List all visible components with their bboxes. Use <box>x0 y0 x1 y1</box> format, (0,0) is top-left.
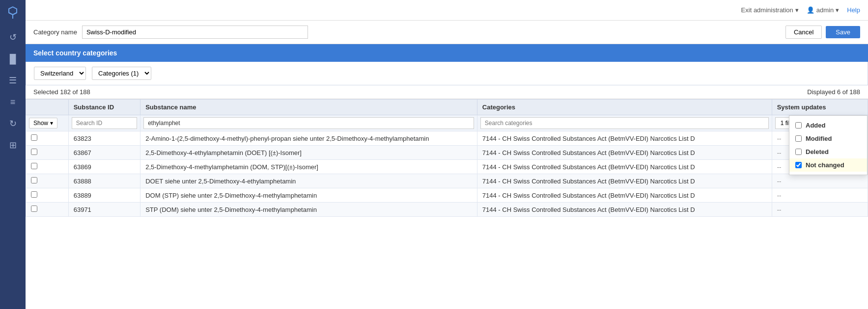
dropdown-label-deleted: Deleted <box>806 148 829 155</box>
filter-cell-name <box>140 115 477 131</box>
substances-table: Substance ID Substance name Categories S… <box>26 99 868 217</box>
stats-row: Selected 182 of 188 Displayed 6 of 188 <box>26 85 868 99</box>
admin-chevron-icon: ▾ <box>836 6 839 14</box>
table-header-row: Substance ID Substance name Categories S… <box>26 100 868 115</box>
row-id: 63888 <box>68 174 140 188</box>
row-check-cell <box>26 160 69 174</box>
row-check-cell <box>26 203 69 217</box>
th-system-updates: System updates Added Modified <box>772 100 868 115</box>
user-icon: 👤 <box>807 6 814 14</box>
filter-cell-categories <box>477 115 772 131</box>
row-id: 63889 <box>68 188 140 203</box>
row-checkbox[interactable] <box>31 177 37 183</box>
th-substance-id: Substance ID <box>68 100 140 115</box>
row-checkbox[interactable] <box>31 206 37 212</box>
row-check-cell <box>26 146 69 160</box>
filter-cell-check: Show ▾ <box>26 115 69 131</box>
dropdown-item-added[interactable]: Added <box>789 119 867 132</box>
row-system: -- <box>772 174 868 188</box>
exit-admin-chevron-icon: ▾ <box>795 6 799 14</box>
row-categories: 7144 - CH Swiss Controlled Substances Ac… <box>477 174 772 188</box>
show-chevron-icon: ▾ <box>50 120 53 127</box>
filters-row: Switzerland Categories (1) <box>26 62 868 85</box>
sidebar-grid-icon[interactable]: ⊞ <box>3 135 23 155</box>
checkbox-modified[interactable] <box>795 135 802 142</box>
checkbox-deleted[interactable] <box>795 149 802 155</box>
row-checkbox[interactable] <box>31 191 37 198</box>
search-name-input[interactable] <box>143 117 474 129</box>
sidebar-list-icon[interactable]: ☰ <box>3 71 23 90</box>
table-row: 63867 2,5-Dimethoxy-4-ethylamphetamin (D… <box>26 146 868 160</box>
checkbox-added[interactable] <box>795 122 802 129</box>
dropdown-item-modified[interactable]: Modified <box>789 132 867 145</box>
row-categories: 7144 - CH Swiss Controlled Substances Ac… <box>477 160 772 174</box>
row-id: 63867 <box>68 146 140 160</box>
exit-admin-button[interactable]: Exit administration ▾ <box>741 6 799 14</box>
th-check <box>26 100 69 115</box>
dropdown-item-notchanged[interactable]: Not changed <box>789 158 867 172</box>
table-body: 63823 2-Amino-1-(2,5-dimethoxy-4-methyl)… <box>26 131 868 217</box>
dropdown-label-notchanged: Not changed <box>806 161 844 169</box>
panel-header: Select country categories <box>26 44 868 62</box>
table-filter-row: Show ▾ 1 filters se <box>26 115 868 131</box>
table-container: Substance ID Substance name Categories S… <box>26 99 868 309</box>
row-checkbox[interactable] <box>31 163 37 169</box>
row-id: 63869 <box>68 160 140 174</box>
topbar: Exit administration ▾ 👤 admin ▾ Help <box>26 0 868 21</box>
search-id-input[interactable] <box>72 117 137 129</box>
show-label: Show <box>33 120 48 127</box>
save-button[interactable]: Save <box>826 26 860 38</box>
app-logo <box>4 4 22 22</box>
admin-user-button[interactable]: 👤 admin ▾ <box>807 6 839 14</box>
row-categories: 7144 - CH Swiss Controlled Substances Ac… <box>477 131 772 146</box>
categories-select[interactable]: Categories (1) <box>92 67 151 80</box>
row-name: 2,5-Dimethoxy-4-ethylamphetamin (DOET) [… <box>140 146 477 160</box>
exit-admin-label: Exit administration <box>741 6 793 14</box>
dropdown-label-modified: Modified <box>806 135 832 142</box>
row-id: 63823 <box>68 131 140 146</box>
table-row: 63889 DOM (STP) siehe unter 2,5-Dimethox… <box>26 188 868 203</box>
dropdown-label-added: Added <box>806 122 825 129</box>
row-check-cell <box>26 174 69 188</box>
row-categories: 7144 - CH Swiss Controlled Substances Ac… <box>477 188 772 203</box>
search-categories-input[interactable] <box>480 117 769 129</box>
th-categories: Categories <box>477 100 772 115</box>
country-select[interactable]: Switzerland <box>34 67 86 80</box>
system-updates-dropdown: Added Modified Deleted <box>789 115 868 175</box>
topbar-right: Exit administration ▾ 👤 admin ▾ Help <box>741 6 860 14</box>
row-check-cell <box>26 188 69 203</box>
sidebar-refresh-icon[interactable]: ↺ <box>3 27 23 47</box>
checkbox-notchanged[interactable] <box>795 162 802 168</box>
admin-label: admin <box>816 6 834 14</box>
row-name: DOET siehe unter 2,5-Dimethoxy-4-ethylam… <box>140 174 477 188</box>
category-name-input[interactable] <box>82 26 308 39</box>
row-categories: 7144 - CH Swiss Controlled Substances Ac… <box>477 146 772 160</box>
th-substance-name: Substance name <box>140 100 477 115</box>
table-row: 63971 STP (DOM) siehe unter 2,5-Dimethox… <box>26 203 868 217</box>
category-bar-left: Category name <box>33 26 308 39</box>
table-row: 63888 DOET siehe unter 2,5-Dimethoxy-4-e… <box>26 174 868 188</box>
row-categories: 7144 - CH Swiss Controlled Substances Ac… <box>477 203 772 217</box>
dropdown-item-deleted[interactable]: Deleted <box>789 145 867 158</box>
cancel-button[interactable]: Cancel <box>785 26 822 39</box>
table-row: 63869 2,5-Dimethoxy-4-methylamphetamin (… <box>26 160 868 174</box>
row-name: STP (DOM) siehe unter 2,5-Dimethoxy-4-me… <box>140 203 477 217</box>
main-content: Exit administration ▾ 👤 admin ▾ Help Cat… <box>26 0 868 309</box>
sidebar-refresh2-icon[interactable]: ↻ <box>3 114 23 133</box>
row-system: -- <box>772 203 868 217</box>
row-system: -- <box>772 188 868 203</box>
row-checkbox[interactable] <box>31 149 37 155</box>
table-row: 63823 2-Amino-1-(2,5-dimethoxy-4-methyl)… <box>26 131 868 146</box>
row-checkbox[interactable] <box>31 134 37 141</box>
category-bar: Category name Cancel Save <box>26 21 868 44</box>
row-name: DOM (STP) siehe unter 2,5-Dimethoxy-4-me… <box>140 188 477 203</box>
row-name: 2-Amino-1-(2,5-dimethoxy-4-methyl)-pheny… <box>140 131 477 146</box>
sidebar: ↺ ▐▌ ☰ ≡ ↻ ⊞ <box>0 0 26 309</box>
sidebar-listdetail-icon[interactable]: ≡ <box>3 92 23 112</box>
sidebar-chart-icon[interactable]: ▐▌ <box>3 49 23 69</box>
help-link[interactable]: Help <box>847 6 860 14</box>
displayed-count: Displayed 6 of 188 <box>807 88 860 96</box>
filter-cell-id <box>68 115 140 131</box>
row-check-cell <box>26 131 69 146</box>
show-button[interactable]: Show ▾ <box>29 118 57 129</box>
